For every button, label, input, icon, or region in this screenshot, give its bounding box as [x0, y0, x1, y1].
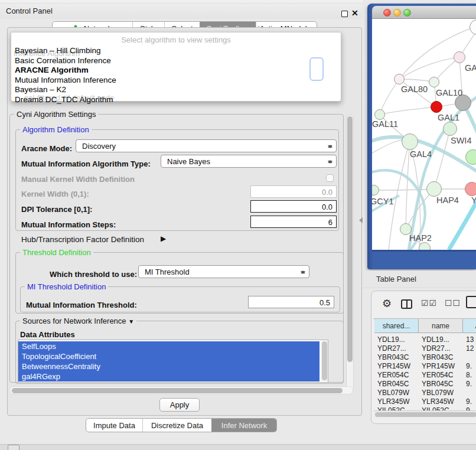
- list-scrollbar: [321, 341, 328, 381]
- settings-vertical-scrollbar: [346, 115, 354, 391]
- dropdown-placeholder: Select algorithm to view settings: [11, 35, 341, 44]
- kernel-width-field[interactable]: 0.0: [250, 185, 337, 198]
- float-window-icon[interactable]: [341, 11, 348, 17]
- network-view-window: GAL GAL80 GAL10 GAL1 GAL11 SWI4 GAL4 GCY…: [367, 4, 476, 269]
- list-scrollbar-thumb[interactable]: [322, 341, 327, 380]
- table-row[interactable]: YLR345W YLR345W 9.: [374, 397, 476, 406]
- group-title: Threshold Definition: [20, 248, 93, 257]
- group-title: Algorithm Definition: [20, 125, 92, 134]
- network-canvas[interactable]: GAL GAL80 GAL10 GAL1 GAL11 SWI4 GAL4 GCY…: [372, 19, 476, 250]
- tab-impute-data[interactable]: Impute Data: [86, 419, 142, 432]
- list-item[interactable]: TopologicalCoefficient: [18, 351, 319, 361]
- network-node[interactable]: [402, 133, 418, 150]
- mi-steps-label: Mutual Information Steps:: [21, 220, 116, 229]
- table-row[interactable]: YDR27... YDR27... 12: [374, 344, 476, 353]
- node-label: GAL11: [372, 119, 398, 129]
- table-row[interactable]: YBR045C YBR045C 9.: [374, 380, 476, 389]
- which-threshold-label: Which threshold to use:: [50, 270, 137, 279]
- table-row[interactable]: YBR043C YBR043C: [374, 353, 476, 362]
- group-title: Cyni Algorithm Settings: [14, 110, 98, 119]
- list-item[interactable]: BetweennessCentrality: [18, 361, 319, 371]
- table-panel-title: Table Panel: [376, 275, 416, 283]
- network-node[interactable]: [454, 51, 465, 63]
- vertical-scrollbar-thumb[interactable]: [347, 116, 353, 362]
- bottom-strip: [0, 444, 476, 450]
- horizontal-scrollbar-thumb[interactable]: [12, 388, 343, 393]
- node-label: GCY1: [372, 197, 394, 206]
- list-item[interactable]: SelfLoops: [18, 341, 319, 351]
- table-row[interactable]: YBL079W YBL079W: [374, 389, 476, 397]
- menu-item[interactable]: Dream8 DC_TDC Algorithm: [15, 95, 113, 104]
- settings-horizontal-scrollbar: [9, 386, 353, 394]
- hub-definition-label[interactable]: Hub/Transcription Factor Definition: [21, 235, 144, 244]
- network-node[interactable]: [443, 122, 457, 136]
- expand-arrow-icon[interactable]: ▶: [161, 234, 166, 243]
- table-row[interactable]: YER054C YER054C 8.: [374, 371, 476, 380]
- table-horizontal-scrollbar: [374, 410, 476, 418]
- select-all-columns-icon[interactable]: ☑☑: [421, 298, 437, 308]
- group-title: MI Threshold Definition: [25, 282, 108, 291]
- network-node[interactable]: [426, 181, 442, 197]
- data-attributes-label: Data Attributes: [20, 330, 75, 339]
- menu-item[interactable]: Basic Correlation Inference: [15, 56, 111, 65]
- table-scrollbar-thumb[interactable]: [375, 412, 476, 417]
- export-table-icon[interactable]: [466, 296, 476, 308]
- manual-kernel-label: Manual Kernel Width Definition: [21, 175, 135, 184]
- collapse-arrow-icon[interactable]: ▼: [128, 318, 134, 325]
- mi-algorithm-type-label: Mutual Information Algorithm Type:: [21, 159, 151, 168]
- menu-item[interactable]: Bayesian – K2: [15, 85, 66, 94]
- node-label: GAL: [465, 63, 476, 73]
- network-node[interactable]: [394, 74, 405, 84]
- table-row[interactable]: YPR145W YPR145W 9.: [374, 362, 476, 371]
- close-icon[interactable]: ✕: [351, 8, 358, 18]
- zoom-traffic-light[interactable]: [403, 9, 411, 17]
- column-header[interactable]: shared...: [374, 319, 419, 333]
- menu-item-selected[interactable]: ARACNE Algorithm: [15, 66, 89, 74]
- collapsed-panel-icon[interactable]: [8, 445, 19, 450]
- node-label: HAP4: [436, 195, 459, 205]
- mi-algorithm-type-select[interactable]: Naive Bayes: [161, 155, 337, 168]
- dpi-tolerance-label: DPI Tolerance [0,1]:: [21, 205, 92, 214]
- algorithm-dropdown-popup: Select algorithm to view settings Infere…: [11, 32, 341, 102]
- data-attributes-list: SelfLoops TopologicalCoefficient Between…: [18, 340, 328, 383]
- list-item[interactable]: gal4RGexp: [18, 371, 319, 381]
- gear-icon[interactable]: ⚙: [382, 297, 392, 310]
- network-node[interactable]: [374, 109, 385, 120]
- stepper-arrows-icon: [327, 142, 333, 151]
- node-label: HAP2: [409, 233, 432, 243]
- which-threshold-select[interactable]: MI Threshold: [138, 265, 309, 278]
- apply-button[interactable]: Apply: [159, 398, 200, 412]
- node-table: shared... name A YDL19... YDL19... 13 YD…: [374, 318, 476, 319]
- close-traffic-light[interactable]: [383, 9, 391, 17]
- menu-item[interactable]: Mutual Information Inference: [15, 76, 116, 84]
- dpi-tolerance-field[interactable]: 0.0: [250, 200, 337, 213]
- network-node[interactable]: [419, 242, 431, 250]
- aracne-mode-select[interactable]: Discovery: [76, 139, 337, 152]
- table-panel: ⚙ ☑☑ ☐☐ shared... name A YDL19... YDL19.…: [371, 291, 476, 424]
- node-label: GAL4: [410, 149, 432, 159]
- mi-steps-field[interactable]: 6: [250, 216, 337, 228]
- node-label: GAL80: [401, 84, 428, 94]
- tab-discretize-data[interactable]: Discretize Data: [142, 419, 211, 432]
- cyni-mode-tabbar: Impute Data Discretize Data Infer Networ…: [86, 418, 277, 432]
- mi-threshold-label: Mutual Information Threshold:: [26, 301, 137, 309]
- minimize-traffic-light[interactable]: [393, 9, 401, 17]
- node-label: SWI4: [451, 136, 471, 145]
- network-node-selected[interactable]: [431, 101, 442, 113]
- control-panel-titlebar: Control Panel ✕: [0, 4, 363, 19]
- network-node[interactable]: [465, 182, 476, 196]
- table-row[interactable]: YDL19... YDL19... 13: [374, 335, 476, 344]
- deselect-all-columns-icon[interactable]: ☐☐: [445, 298, 461, 308]
- control-panel-title: Control Panel: [6, 6, 53, 15]
- mi-threshold-field[interactable]: 0.5: [248, 296, 334, 308]
- tab-infer-network[interactable]: Infer Network: [211, 419, 276, 432]
- columns-icon[interactable]: [401, 299, 412, 309]
- manual-kernel-checkbox[interactable]: [326, 174, 334, 182]
- column-header[interactable]: name: [419, 319, 463, 333]
- column-header[interactable]: A: [463, 319, 476, 333]
- sources-title[interactable]: Sources for Network Inference ▼: [20, 317, 136, 325]
- splitter-collapse-arrow[interactable]: [356, 217, 363, 223]
- network-node[interactable]: [429, 77, 439, 87]
- menu-item[interactable]: Bayesian – Hill Climbing: [15, 46, 101, 55]
- network-window-titlebar[interactable]: [372, 6, 476, 19]
